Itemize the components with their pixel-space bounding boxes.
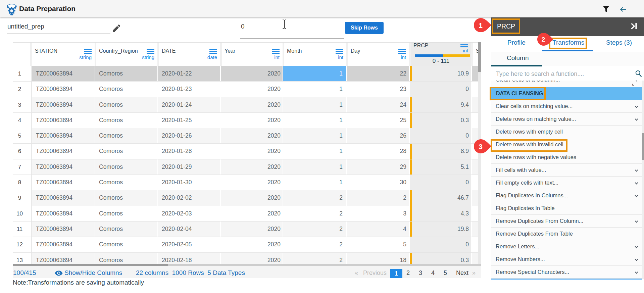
svg-text:1: 1 — [479, 21, 483, 29]
svg-text:2: 2 — [542, 36, 545, 43]
svg-text:3: 3 — [479, 143, 483, 150]
